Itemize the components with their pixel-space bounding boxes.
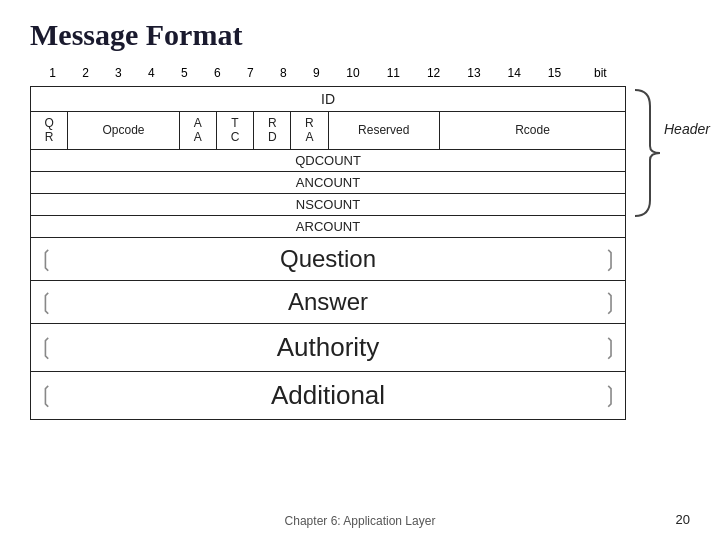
answer-cell: ❲ Answer ❳ <box>31 280 626 323</box>
arcount-cell: ARCOUNT <box>31 215 626 237</box>
nscount-cell: NSCOUNT <box>31 193 626 215</box>
bit-6: 6 <box>201 66 234 80</box>
aa-cell: AA <box>179 112 216 150</box>
ancount-cell: ANCOUNT <box>31 171 626 193</box>
opcode-cell: Opcode <box>68 112 180 150</box>
bit-10: 10 <box>333 66 373 80</box>
qdcount-row: QDCOUNT <box>31 149 626 171</box>
qr-cell: QR <box>31 112 68 150</box>
header-label: Header <box>664 121 710 137</box>
bit-label: bit <box>575 66 626 80</box>
bit-13: 13 <box>454 66 494 80</box>
bit-4: 4 <box>135 66 168 80</box>
arcount-row: ARCOUNT <box>31 215 626 237</box>
id-row: ID <box>31 87 626 112</box>
page-title: Message Format <box>30 18 690 52</box>
footer: Chapter 6: Application Layer <box>0 514 720 528</box>
ancount-row: ANCOUNT <box>31 171 626 193</box>
question-cell: ❲ Question ❳ <box>31 237 626 280</box>
question-row: ❲ Question ❳ <box>31 237 626 280</box>
additional-row: ❲ Additional ❳ <box>31 371 626 419</box>
message-format-table: ID QR Opcode AA TC RD RA Reserved Rcode … <box>30 86 626 420</box>
ra-cell: RA <box>291 112 328 150</box>
bit-8: 8 <box>267 66 300 80</box>
authority-row: ❲ Authority ❳ <box>31 323 626 371</box>
bit-number-row: 1 2 3 4 5 6 7 8 9 10 11 12 13 14 <box>30 66 626 82</box>
bit-1: 1 <box>36 66 69 80</box>
id-cell: ID <box>31 87 626 112</box>
nscount-row: NSCOUNT <box>31 193 626 215</box>
bit-7: 7 <box>234 66 267 80</box>
tc-cell: TC <box>216 112 253 150</box>
rd-cell: RD <box>254 112 291 150</box>
page-number: 20 <box>676 510 690 528</box>
answer-row: ❲ Answer ❳ <box>31 280 626 323</box>
rcode-cell: Rcode <box>440 112 626 150</box>
bit-12: 12 <box>413 66 453 80</box>
flags-row: QR Opcode AA TC RD RA Reserved Rcode <box>31 112 626 150</box>
bit-11: 11 <box>373 66 413 80</box>
bit-2: 2 <box>69 66 102 80</box>
authority-cell: ❲ Authority ❳ <box>31 323 626 371</box>
bit-15: 15 <box>534 66 574 80</box>
bit-3: 3 <box>102 66 135 80</box>
header-brace-svg <box>630 88 680 218</box>
bit-9: 9 <box>300 66 333 80</box>
footer-text: Chapter 6: Application Layer <box>285 514 436 528</box>
bit-5: 5 <box>168 66 201 80</box>
reserved-cell: Reserved <box>328 112 440 150</box>
bit-14: 14 <box>494 66 534 80</box>
qdcount-cell: QDCOUNT <box>31 149 626 171</box>
additional-cell: ❲ Additional ❳ <box>31 371 626 419</box>
